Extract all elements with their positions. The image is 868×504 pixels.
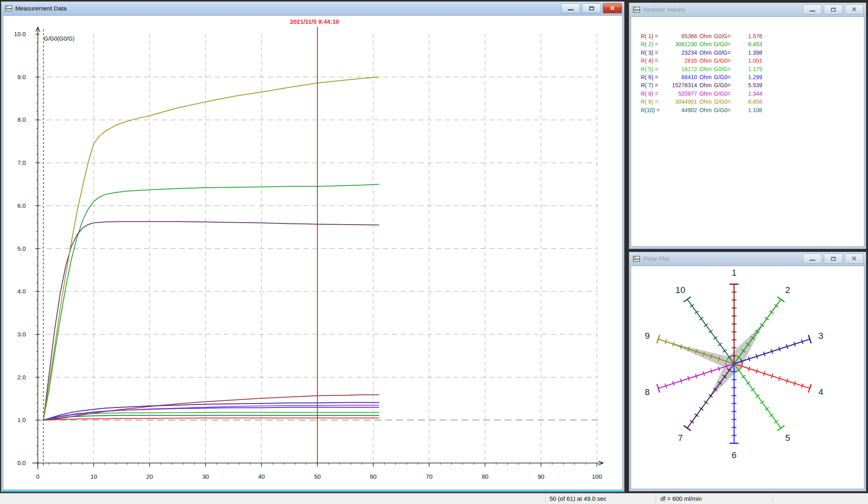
- resistor-ratio-value: 8.858: [736, 98, 762, 106]
- close-button[interactable]: ✕: [845, 254, 864, 264]
- svg-text:80: 80: [482, 473, 489, 480]
- minimize-icon: [568, 9, 574, 10]
- resistor-ratio-value: 1.299: [736, 73, 762, 81]
- svg-text:6.0: 6.0: [17, 202, 26, 209]
- active-window-accent: [1, 491, 624, 492]
- maximize-button[interactable]: [824, 4, 843, 14]
- resistor-row: R( 6) =68410OhmG/G0=1.299: [641, 73, 864, 81]
- close-icon: ✕: [610, 5, 615, 12]
- resistor-ratio-label: G/G0=: [712, 73, 736, 81]
- polar-axis-label: 6: [732, 450, 736, 460]
- maximize-icon: [831, 8, 836, 12]
- resistor-label: R( 1) =: [641, 32, 668, 40]
- resistor-label: R( 2) =: [641, 40, 668, 48]
- resistor-unit: Ohm: [697, 65, 712, 73]
- svg-text:10: 10: [91, 473, 97, 480]
- svg-text:60: 60: [370, 473, 377, 480]
- svg-text:0: 0: [36, 473, 39, 480]
- polar-axis-label: 1: [732, 268, 736, 278]
- resistor-ratio-label: G/G0=: [712, 57, 736, 65]
- resistor-values-area: R( 1) =65366OhmG0/G=1.576R( 2) =3081230O…: [631, 16, 864, 247]
- resistor-ohm-value: 2615: [668, 57, 697, 65]
- svg-text:4.0: 4.0: [17, 288, 26, 295]
- minimize-icon: [810, 10, 815, 12]
- window-title: Polar Plot: [643, 255, 669, 262]
- resistor-unit: Ohm: [697, 40, 712, 48]
- svg-text:30: 30: [202, 473, 209, 480]
- resistor-label: R( 7) =: [641, 81, 668, 89]
- maximize-button[interactable]: [824, 254, 843, 264]
- resistor-label: R( 5) =: [641, 65, 668, 73]
- resistor-unit: Ohm: [697, 106, 712, 114]
- resistor-unit: Ohm: [697, 49, 712, 57]
- resistor-unit: Ohm: [697, 81, 712, 89]
- maximize-button[interactable]: [582, 3, 601, 13]
- resistor-unit: Ohm: [697, 57, 712, 65]
- window-title: Resistor Values: [643, 6, 685, 13]
- resistor-list: R( 1) =65366OhmG0/G=1.576R( 2) =3081230O…: [631, 17, 864, 114]
- resistor-row: R( 8) =520877OhmG/G0=1.344: [641, 90, 864, 98]
- resistor-unit: Ohm: [697, 98, 712, 106]
- resistor-ohm-value: 3081230: [668, 40, 697, 48]
- minimize-button[interactable]: [803, 4, 822, 14]
- resistor-ratio-label: G/G0=: [712, 90, 736, 98]
- resistor-titlebar[interactable]: Resistor Values ✕: [629, 3, 866, 16]
- polar-axis-label: 4: [819, 387, 823, 397]
- svg-text:90: 90: [538, 473, 545, 480]
- resistor-row: R(10) =44902OhmG/G0=1.108: [641, 106, 864, 114]
- resistor-label: R( 6) =: [641, 73, 668, 81]
- polar-axis-label: 3: [819, 331, 823, 341]
- resistor-ratio-value: 1.108: [736, 106, 762, 114]
- status-flow: df = 600 ml/min: [660, 494, 702, 504]
- polar-plot-area: 12345678910: [631, 266, 864, 489]
- resistor-label: R( 9) =: [641, 98, 668, 106]
- resistor-unit: Ohm: [697, 90, 712, 98]
- resistor-ohm-value: 23234: [668, 49, 697, 57]
- resistor-unit: Ohm: [697, 32, 712, 40]
- resistor-row: R( 1) =65366OhmG0/G=1.576: [641, 32, 864, 40]
- measurement-titlebar[interactable]: Measurement Data ✕: [1, 2, 624, 15]
- resistor-row: R( 2) =3081230OhmG/G0=6.453: [641, 40, 864, 48]
- resistor-row: R( 4) =2615OhmG/G0=1.051: [641, 57, 864, 65]
- maximize-icon: [589, 6, 594, 10]
- resistor-label: R( 4) =: [641, 57, 668, 65]
- close-button[interactable]: ✕: [603, 3, 622, 13]
- svg-text:8.0: 8.0: [17, 116, 26, 123]
- resistor-ratio-label: G/G0=: [712, 40, 736, 48]
- svg-text:9.0: 9.0: [17, 74, 26, 80]
- close-icon: ✕: [852, 6, 857, 13]
- svg-text:5.0: 5.0: [17, 245, 26, 252]
- svg-text:2.0: 2.0: [17, 374, 26, 381]
- maximize-icon: [831, 257, 836, 261]
- statusbar-separator: [545, 495, 546, 503]
- close-button[interactable]: ✕: [845, 4, 864, 14]
- polar-titlebar[interactable]: Polar Plot ✕: [629, 252, 866, 265]
- resistor-ratio-value: 6.453: [736, 40, 762, 48]
- svg-text:40: 40: [258, 473, 265, 480]
- resistor-ratio-value: 5.539: [736, 81, 762, 89]
- resistor-ratio-label: G/G0=: [712, 81, 736, 89]
- polar-axis-label: 2: [785, 285, 790, 295]
- resistor-ratio-value: 1.398: [736, 49, 762, 57]
- polar-spoke-7: [684, 364, 734, 431]
- resistor-ratio-value: 1.179: [736, 65, 762, 73]
- resistor-row: R( 3) =23234OhmG0/G=1.398: [641, 49, 864, 57]
- measurement-chart[interactable]: 0.01.02.03.04.05.06.07.08.09.010.0010203…: [3, 16, 622, 490]
- y-axis-label: G/G0(G0/G): [44, 35, 74, 42]
- minimize-button[interactable]: [561, 3, 580, 13]
- polar-axis-label: 5: [785, 433, 790, 443]
- statusbar-separator: [656, 495, 656, 503]
- axis-ticks: [35, 34, 597, 466]
- svg-text:1.0: 1.0: [17, 416, 26, 423]
- minimize-button[interactable]: [803, 254, 822, 264]
- polar-chart[interactable]: 12345678910: [631, 266, 864, 489]
- resistor-ratio-value: 1.576: [736, 32, 762, 40]
- resistor-ratio-value: 1.051: [736, 57, 762, 65]
- resistor-ohm-value: 3044901: [668, 98, 697, 106]
- statusbar-separator: [772, 495, 773, 503]
- svg-text:20: 20: [146, 473, 153, 480]
- chart-app-icon: [633, 6, 640, 13]
- svg-text:50: 50: [314, 473, 321, 480]
- polar-axis-label: 7: [678, 433, 683, 443]
- svg-text:10.0: 10.0: [14, 31, 26, 37]
